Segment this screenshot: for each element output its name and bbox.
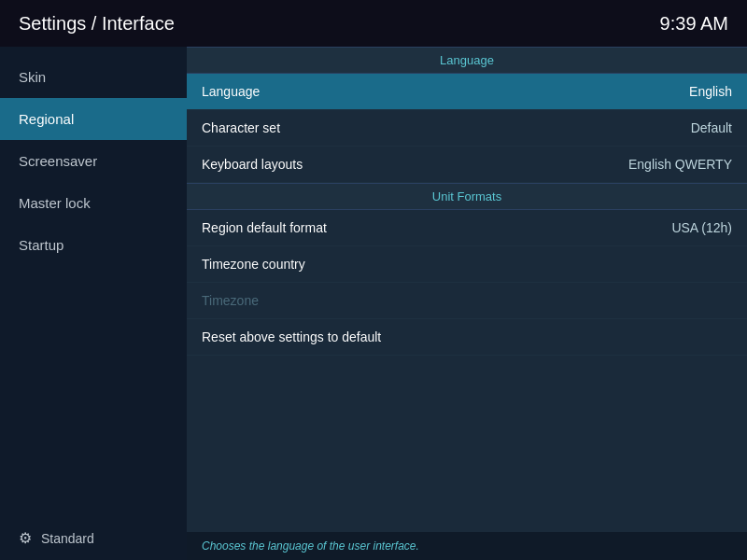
setting-row-timezone-country[interactable]: Timezone country — [187, 246, 747, 283]
sidebar-item-skin[interactable]: Skin — [0, 56, 187, 98]
header: Settings / Interface 9:39 AM — [0, 0, 747, 47]
region-format-value: USA (12h) — [671, 220, 732, 235]
character-set-label: Character set — [202, 120, 280, 135]
setting-row-language[interactable]: Language English — [187, 74, 747, 110]
sidebar-item-screensaver[interactable]: Screensaver — [0, 140, 187, 182]
sidebar-item-master-lock[interactable]: Master lock — [0, 182, 187, 224]
main-layout: Skin Regional Screensaver Master lock St… — [0, 47, 747, 560]
setting-row-keyboard-layouts[interactable]: Keyboard layouts English QWERTY — [187, 147, 747, 183]
page-title: Settings / Interface — [19, 13, 175, 35]
sidebar-footer: ⚙ Standard — [0, 516, 187, 560]
unit-formats-section-header: Unit Formats — [187, 183, 747, 210]
timezone-country-label: Timezone country — [202, 257, 305, 272]
setting-row-character-set[interactable]: Character set Default — [187, 110, 747, 147]
timezone-label: Timezone — [202, 293, 259, 308]
setting-row-region-default-format[interactable]: Region default format USA (12h) — [187, 210, 747, 246]
region-format-label: Region default format — [202, 220, 327, 235]
setting-row-reset[interactable]: Reset above settings to default — [187, 319, 747, 356]
setting-row-timezone: Timezone — [187, 283, 747, 319]
sidebar-footer-label: Standard — [41, 531, 94, 546]
reset-label: Reset above settings to default — [202, 329, 381, 344]
character-set-value: Default — [691, 120, 732, 135]
status-bar: Chooses the language of the user interfa… — [187, 532, 747, 560]
keyboard-layouts-label: Keyboard layouts — [202, 157, 303, 172]
language-section-header: Language — [187, 47, 747, 74]
clock: 9:39 AM — [660, 13, 728, 35]
sidebar-item-regional[interactable]: Regional — [0, 98, 187, 140]
sidebar-item-startup[interactable]: Startup — [0, 224, 187, 266]
language-value: English — [689, 84, 732, 99]
sidebar: Skin Regional Screensaver Master lock St… — [0, 47, 187, 560]
gear-icon: ⚙ — [19, 529, 32, 547]
keyboard-layouts-value: English QWERTY — [628, 157, 732, 172]
content-area: Language Language English Character set … — [187, 47, 747, 560]
status-text: Chooses the language of the user interfa… — [202, 539, 419, 553]
language-label: Language — [202, 84, 260, 99]
